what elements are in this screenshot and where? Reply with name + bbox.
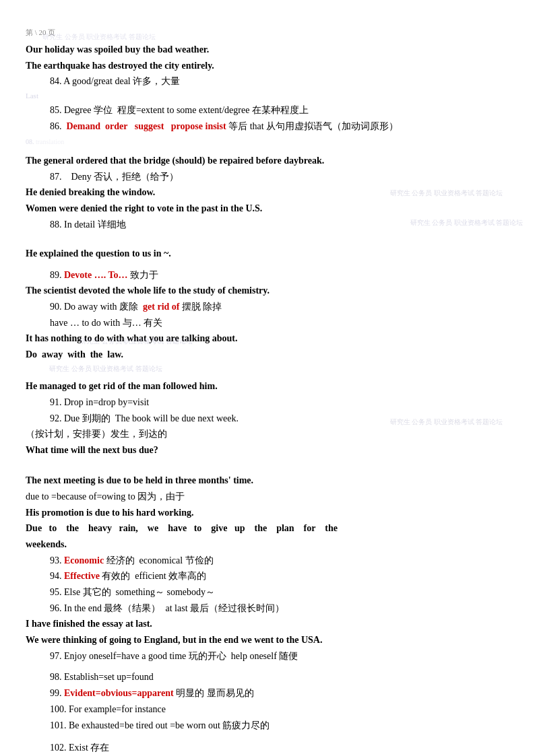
line-nothing: It has nothing to do with what you are t… bbox=[26, 331, 509, 346]
line-99: 99. Evident=obvious=apparent 明显的 显而易见的 bbox=[50, 686, 509, 701]
line-2: The earthquake has destroyed the city en… bbox=[26, 59, 509, 73]
line-100: 100. For example=for instance bbox=[50, 702, 509, 717]
watermark-line-d: 研究生 公务员 职业资格考试 答题论坛 bbox=[26, 364, 509, 374]
watermark-line-b: 08. translation bbox=[26, 137, 509, 147]
watermark-line-c bbox=[26, 233, 509, 244]
line-85: 85. Degree 学位 程度=extent to some extent/d… bbox=[50, 103, 509, 118]
line-84: 84. A good/great deal 许多，大量 bbox=[50, 74, 509, 89]
line-89: 89. Devote …. To… 致力于 bbox=[50, 268, 509, 283]
watermark-line-a: Last bbox=[26, 90, 509, 102]
line-whattime: What time will the next bus due? bbox=[26, 443, 509, 458]
line-have-todo: have … to do with 与… 有关 bbox=[50, 316, 509, 331]
line-general: The general ordered that the bridge (sho… bbox=[26, 153, 509, 168]
line-97: 97. Enjoy oneself=have a good time 玩的开心 … bbox=[50, 649, 509, 664]
line-87: 87. Deny 否认，拒绝（给予） bbox=[50, 170, 509, 184]
line-91: 91. Drop in=drop by=visit bbox=[50, 395, 509, 410]
line-women-denied: Women were denied the right to vote in t… bbox=[26, 201, 509, 216]
line-explained: He explained the question to us in ~. bbox=[26, 246, 509, 261]
watermark-line-e bbox=[26, 459, 509, 470]
line-weekends: weekends. bbox=[26, 537, 509, 552]
line-98: 98. Establish=set up=found bbox=[50, 670, 509, 685]
line-doaway-law: Do away with the law. bbox=[26, 347, 509, 362]
line-denied: He denied breaking the window. bbox=[26, 185, 509, 200]
line-102: 102. Exist 存在 bbox=[50, 741, 509, 755]
line-96: 96. In the end 最终（结果） at last 最后（经过很长时间） bbox=[50, 601, 509, 616]
line-schedule: （按计划，安排要）发生，到达的 bbox=[26, 427, 509, 442]
page-content: 研究生 公务员 职业资格考试 答题论坛 研究生 公务员 职业资格考试 答题论坛 … bbox=[26, 27, 509, 756]
line-due-to: due to =because of=owing to 因为，由于 bbox=[26, 489, 509, 504]
page-number-top: 第 \ 20 页 bbox=[26, 27, 509, 38]
line-95: 95. Else 其它的 something～ somebody～ bbox=[50, 585, 509, 600]
line-next-meeting: The next meeting is due to be held in th… bbox=[26, 473, 509, 488]
line-due-rain: Due to the heavy rain, we have to give u… bbox=[26, 521, 509, 536]
line-88: 88. In detail 详细地 研究生 公务员 职业资格考试 答题论坛 bbox=[50, 217, 509, 232]
line-managed: He managed to get rid of the man followe… bbox=[26, 379, 509, 394]
line-promotion: His promotion is due to his hard working… bbox=[26, 506, 509, 520]
line-finished: I have finished the essay at last. bbox=[26, 617, 509, 631]
line-94: 94. Effective 有效的 efficient 效率高的 bbox=[50, 569, 509, 584]
line-101: 101. Be exhausted=be tired out =be worn … bbox=[50, 718, 509, 733]
line-90: 90. Do away with 废除 get rid of 摆脱 除掉 bbox=[50, 300, 509, 314]
line-thinking: We were thinking of going to England, bu… bbox=[26, 633, 509, 648]
line-scientist: The scientist devoted the whole life to … bbox=[26, 283, 509, 298]
line-92: 92. Due 到期的 The book will be due next we… bbox=[50, 411, 509, 426]
line-86: 86. Demand order suggest propose insist … bbox=[50, 119, 509, 134]
line-93: 93. Economic 经济的 economical 节俭的 bbox=[50, 553, 509, 568]
line-1: Our holiday was spoiled buy the bad weat… bbox=[26, 42, 509, 57]
